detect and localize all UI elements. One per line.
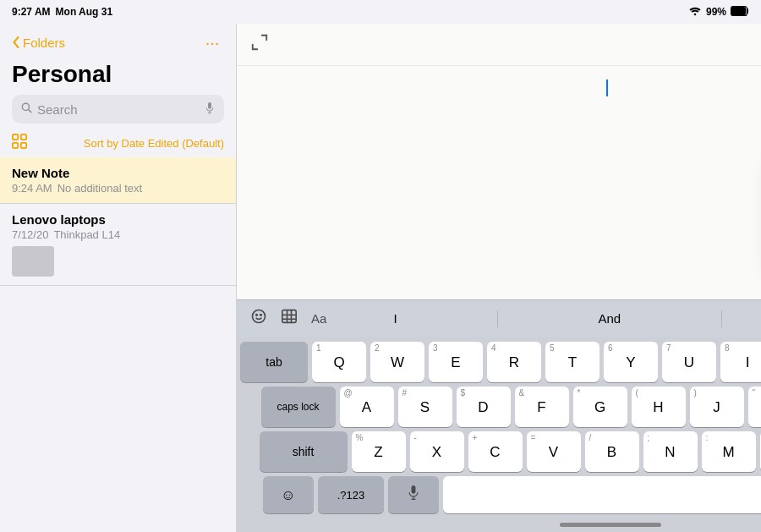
keyboard-row-3: shift %Z -X +C =V /B ;N :M !!, ??, shift: [240, 431, 761, 472]
dot123-label: .?123: [337, 489, 365, 502]
home-bar-container: [237, 517, 761, 532]
key-j[interactable]: )J: [690, 387, 744, 427]
sidebar: Folders ··· Personal Search: [0, 24, 237, 532]
shift-label: shift: [293, 445, 315, 458]
key-i[interactable]: 8I: [720, 342, 761, 382]
folders-back-button[interactable]: Folders: [12, 36, 65, 50]
sidebar-header: Folders ···: [0, 24, 236, 59]
wifi-icon: [688, 6, 702, 19]
key-z[interactable]: %Z: [352, 431, 406, 472]
mic-key-icon: [408, 485, 419, 504]
suggestion-and[interactable]: And: [588, 308, 631, 329]
note-item-lenovo[interactable]: Lenovo laptops 7/12/20 Thinkpad L14: [0, 204, 236, 286]
note-meta: 9:24 AM No additional text: [12, 182, 224, 195]
keyboard-toolbar: Aa I And The: [237, 299, 761, 337]
key-u[interactable]: 7U: [662, 342, 716, 382]
search-placeholder: Search: [37, 102, 199, 117]
time: 9:27 AM: [12, 6, 51, 18]
keyboard: tab 1Q 2W 3E 4R 5T 6Y 7U 8I 9O 0P delete…: [237, 337, 761, 517]
key-c[interactable]: +C: [468, 431, 523, 472]
key-m[interactable]: :M: [702, 431, 756, 472]
note-thumbnail: [12, 246, 54, 277]
search-icon: [20, 101, 32, 117]
folders-label: Folders: [23, 36, 65, 50]
emoji-keyboard-icon[interactable]: [245, 304, 272, 332]
keyboard-row-2: caps lock @A #S $D &F *G (H )J "K 'L ret…: [240, 387, 761, 427]
emoji-key-label: ☺: [281, 488, 295, 502]
note-title: New Note: [12, 166, 224, 180]
mic-search-icon: [204, 102, 216, 117]
key-a[interactable]: @A: [340, 387, 394, 427]
svg-point-18: [253, 310, 266, 323]
caps-label: caps lock: [276, 401, 319, 413]
suggestion-i[interactable]: I: [384, 308, 408, 329]
key-v[interactable]: =V: [527, 431, 581, 472]
battery-icon: [731, 6, 749, 19]
key-e[interactable]: 3E: [429, 342, 483, 382]
svg-rect-5: [208, 102, 211, 109]
date: Mon Aug 31: [56, 6, 113, 18]
note-item-new[interactable]: New Note 9:24 AM No additional text: [0, 157, 236, 204]
caps-lock-key[interactable]: caps lock: [261, 387, 336, 427]
key-d[interactable]: $D: [457, 387, 511, 427]
grid-icon[interactable]: [12, 134, 27, 152]
keyboard-row-1: tab 1Q 2W 3E 4R 5T 6Y 7U 8I 9O 0P delete: [240, 342, 761, 382]
mic-key[interactable]: [388, 476, 439, 513]
key-w[interactable]: 2W: [370, 342, 424, 382]
key-y[interactable]: 6Y: [604, 342, 658, 382]
suggestion-divider-2: [721, 310, 722, 327]
key-s[interactable]: #S: [398, 387, 452, 427]
notes-list: New Note 9:24 AM No additional text Leno…: [0, 157, 236, 532]
main-content: Scan Documents Take Photo or Video Photo…: [237, 24, 761, 532]
svg-point-19: [256, 315, 258, 316]
note-area[interactable]: [237, 66, 761, 299]
search-bar[interactable]: Search: [12, 95, 224, 123]
sidebar-toolbar: Sort by Date Edited (Default): [0, 130, 236, 157]
table-icon[interactable]: [276, 305, 303, 332]
note-preview: No additional text: [57, 182, 142, 195]
key-n[interactable]: ;N: [643, 431, 698, 472]
svg-rect-11: [21, 143, 26, 148]
key-k[interactable]: "K: [748, 387, 762, 427]
home-bar: [560, 523, 661, 527]
key-g[interactable]: *G: [573, 387, 627, 427]
key-x[interactable]: -X: [410, 431, 464, 472]
text-format-icon[interactable]: Aa: [306, 308, 331, 329]
tab-key[interactable]: tab: [240, 342, 308, 382]
note-date: 9:24 AM: [12, 182, 52, 195]
kb-suggestions: I And The: [338, 308, 761, 329]
key-h[interactable]: (H: [632, 387, 686, 427]
status-bar-left: 9:27 AM Mon Aug 31: [12, 6, 112, 18]
svg-rect-8: [13, 134, 18, 140]
app-container: Folders ··· Personal Search: [0, 24, 761, 532]
sort-label[interactable]: Sort by Date Edited (Default): [84, 137, 224, 150]
suggestion-divider-1: [497, 310, 498, 327]
note-title-2: Lenovo laptops: [12, 212, 224, 227]
sidebar-title: Personal: [0, 59, 236, 95]
svg-point-20: [260, 315, 262, 316]
expand-icon[interactable]: [250, 33, 269, 56]
emoji-key[interactable]: ☺: [263, 476, 314, 513]
space-key[interactable]: [443, 476, 761, 513]
shift-left-key[interactable]: shift: [260, 431, 348, 472]
note-preview-2: Thinkpad L14: [53, 228, 120, 241]
note-meta-2: 7/12/20 Thinkpad L14: [12, 228, 224, 241]
text-cursor: [606, 80, 608, 96]
tab-label: tab: [266, 355, 282, 369]
note-toolbar: [237, 24, 761, 66]
key-b[interactable]: /B: [585, 431, 639, 472]
keyboard-row-4: ☺ .?123: [240, 476, 761, 513]
toolbar-left: [250, 33, 269, 56]
num-left-key[interactable]: .?123: [318, 476, 384, 513]
battery-percent: 99%: [706, 6, 726, 18]
key-f[interactable]: &F: [515, 387, 569, 427]
more-button[interactable]: ···: [200, 30, 224, 54]
key-t[interactable]: 5T: [545, 342, 599, 382]
svg-rect-2: [732, 7, 746, 14]
svg-rect-9: [21, 134, 26, 140]
key-q[interactable]: 1Q: [312, 342, 366, 382]
svg-point-0: [694, 13, 697, 15]
status-bar-right: 99%: [688, 6, 749, 19]
svg-rect-21: [282, 310, 296, 323]
key-r[interactable]: 4R: [487, 342, 541, 382]
